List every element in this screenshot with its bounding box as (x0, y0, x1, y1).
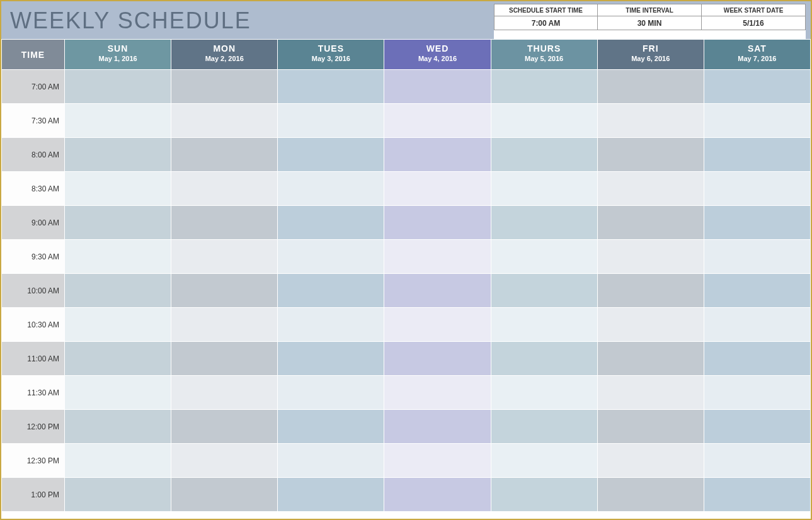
schedule-cell[interactable] (598, 444, 704, 478)
schedule-cell[interactable] (384, 172, 491, 206)
setting-value[interactable]: 30 MIN (598, 16, 702, 30)
schedule-cell[interactable] (598, 274, 704, 308)
schedule-cell[interactable] (384, 376, 491, 410)
schedule-cell[interactable] (704, 138, 811, 172)
schedule-cell[interactable] (171, 206, 278, 240)
schedule-cell[interactable] (598, 104, 704, 138)
schedule-cell[interactable] (384, 240, 491, 274)
schedule-cell[interactable] (598, 206, 704, 240)
schedule-cell[interactable] (384, 274, 491, 308)
schedule-cell[interactable] (491, 478, 598, 512)
schedule-cell[interactable] (491, 308, 598, 342)
schedule-cell[interactable] (171, 478, 278, 512)
schedule-cell[interactable] (65, 240, 171, 274)
schedule-cell[interactable] (278, 342, 384, 376)
schedule-cell[interactable] (278, 444, 384, 478)
schedule-cell[interactable] (65, 172, 171, 206)
schedule-cell[interactable] (384, 410, 491, 444)
schedule-cell[interactable] (384, 444, 491, 478)
schedule-cell[interactable] (171, 240, 278, 274)
page-title: WEEKLY SCHEDULE (1, 1, 494, 39)
schedule-cell[interactable] (704, 206, 811, 240)
schedule-cell[interactable] (278, 206, 384, 240)
schedule-cell[interactable] (491, 70, 598, 104)
schedule-cell[interactable] (65, 342, 171, 376)
schedule-cell[interactable] (384, 70, 491, 104)
schedule-cell[interactable] (598, 172, 704, 206)
setting-week-start: WEEK START DATE 5/1/16 (702, 4, 806, 39)
schedule-cell[interactable] (65, 206, 171, 240)
schedule-cell[interactable] (704, 104, 811, 138)
schedule-cell[interactable] (704, 444, 811, 478)
schedule-cell[interactable] (171, 104, 278, 138)
schedule-cell[interactable] (171, 70, 278, 104)
schedule-cell[interactable] (704, 70, 811, 104)
schedule-cell[interactable] (704, 376, 811, 410)
schedule-cell[interactable] (491, 274, 598, 308)
schedule-cell[interactable] (704, 478, 811, 512)
schedule-cell[interactable] (491, 444, 598, 478)
setting-value[interactable]: 5/1/16 (702, 16, 806, 30)
schedule-cell[interactable] (598, 478, 704, 512)
schedule-cell[interactable] (65, 274, 171, 308)
schedule-cell[interactable] (278, 410, 384, 444)
schedule-cell[interactable] (491, 206, 598, 240)
schedule-cell[interactable] (278, 240, 384, 274)
schedule-cell[interactable] (598, 70, 704, 104)
schedule-cell[interactable] (598, 240, 704, 274)
schedule-cell[interactable] (278, 138, 384, 172)
schedule-cell[interactable] (65, 70, 171, 104)
schedule-cell[interactable] (65, 376, 171, 410)
schedule-cell[interactable] (65, 104, 171, 138)
schedule-cell[interactable] (278, 104, 384, 138)
schedule-cell[interactable] (598, 308, 704, 342)
schedule-cell[interactable] (171, 342, 278, 376)
schedule-cell[interactable] (491, 376, 598, 410)
schedule-cell[interactable] (491, 138, 598, 172)
schedule-cell[interactable] (598, 342, 704, 376)
schedule-cell[interactable] (171, 376, 278, 410)
day-name: TUES (279, 43, 382, 54)
schedule-cell[interactable] (278, 308, 384, 342)
schedule-cell[interactable] (65, 410, 171, 444)
schedule-cell[interactable] (704, 342, 811, 376)
schedule-cell[interactable] (384, 308, 491, 342)
schedule-cell[interactable] (278, 70, 384, 104)
schedule-cell[interactable] (704, 410, 811, 444)
schedule-cell[interactable] (491, 172, 598, 206)
schedule-cell[interactable] (704, 308, 811, 342)
schedule-cell[interactable] (704, 240, 811, 274)
schedule-cell[interactable] (384, 206, 491, 240)
schedule-cell[interactable] (278, 376, 384, 410)
schedule-cell[interactable] (171, 308, 278, 342)
schedule-cell[interactable] (491, 240, 598, 274)
setting-value[interactable]: 7:00 AM (494, 16, 598, 30)
schedule-cell[interactable] (171, 274, 278, 308)
schedule-cell[interactable] (384, 138, 491, 172)
schedule-cell[interactable] (491, 410, 598, 444)
schedule-cell[interactable] (65, 138, 171, 172)
schedule-cell[interactable] (704, 274, 811, 308)
schedule-cell[interactable] (171, 410, 278, 444)
schedule-cell[interactable] (491, 342, 598, 376)
schedule-cell[interactable] (598, 138, 704, 172)
schedule-cell[interactable] (384, 104, 491, 138)
schedule-cell[interactable] (598, 410, 704, 444)
schedule-cell[interactable] (491, 104, 598, 138)
schedule-cell[interactable] (65, 444, 171, 478)
schedule-cell[interactable] (278, 274, 384, 308)
schedule-cell[interactable] (384, 342, 491, 376)
schedule-cell[interactable] (65, 478, 171, 512)
settings-panel: SCHEDULE START TIME 7:00 AM TIME INTERVA… (494, 1, 811, 39)
time-label: 10:30 AM (2, 308, 65, 342)
schedule-cell[interactable] (278, 172, 384, 206)
time-label: 8:00 AM (2, 138, 65, 172)
schedule-cell[interactable] (171, 172, 278, 206)
schedule-cell[interactable] (598, 376, 704, 410)
schedule-cell[interactable] (171, 444, 278, 478)
schedule-cell[interactable] (65, 308, 171, 342)
schedule-cell[interactable] (704, 172, 811, 206)
schedule-cell[interactable] (384, 478, 491, 512)
schedule-cell[interactable] (171, 138, 278, 172)
schedule-cell[interactable] (278, 478, 384, 512)
